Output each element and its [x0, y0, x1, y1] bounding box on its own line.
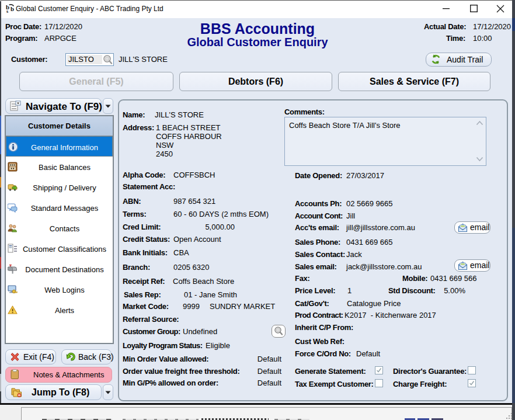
svg-text:s: s — [6, 9, 8, 14]
